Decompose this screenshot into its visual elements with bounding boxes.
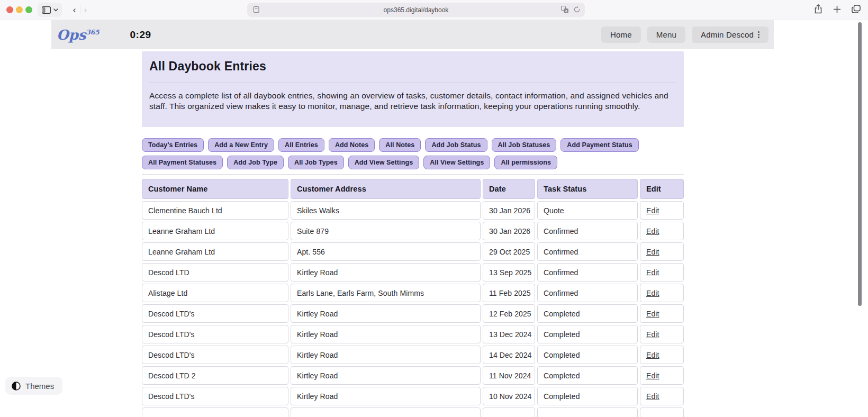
task-status-cell: Completed	[537, 346, 638, 364]
task-status-cell: Confirmed	[537, 222, 638, 240]
address-bar[interactable]: ops365.digital/daybook a	[247, 3, 585, 17]
table-row: Descod LTD 2 Kirtley Road 11 Nov 2024 Co…	[142, 366, 684, 385]
window-close-button[interactable]	[6, 6, 13, 13]
customer-name-cell: Descod LTD 2	[142, 366, 288, 385]
table-header-cell: Task Status	[537, 179, 638, 199]
date-cell: 13 Dec 2024	[483, 325, 535, 343]
forward-button[interactable]: ›	[80, 5, 91, 14]
window-minimize-button[interactable]	[16, 6, 23, 13]
date-cell: 14 Dec 2024	[483, 346, 535, 364]
edit-link[interactable]: Edit	[646, 351, 659, 359]
action-button[interactable]: All Entries	[278, 138, 324, 152]
table-header-cell: Customer Address	[291, 179, 481, 199]
themes-button[interactable]: Themes	[5, 377, 62, 395]
session-timer: 0:29	[130, 29, 151, 41]
table-row: Leanne Graham Ltd Suite 879 30 Jan 2026 …	[142, 222, 684, 240]
date-cell: 12 Feb 2025	[483, 304, 535, 323]
action-button[interactable]: All Job Types	[288, 156, 344, 169]
customer-address-cell: Apt. 556	[291, 242, 481, 261]
action-button[interactable]: Add a New Entry	[208, 138, 274, 152]
action-button-bar: Today's Entries Add a New Entry All Entr…	[142, 138, 666, 169]
edit-link[interactable]: Edit	[646, 371, 659, 380]
task-status-cell: Confirmed	[537, 284, 638, 302]
table-body: Clementine Bauch Ltd Skiles Walks 30 Jan…	[142, 201, 684, 405]
table-row: Alistage Ltd Earls Lane, Earls Farm, Sou…	[142, 284, 684, 302]
action-button[interactable]: All View Settings	[423, 156, 490, 169]
app-nav: Home Menu Admin Descod	[601, 26, 768, 43]
action-button[interactable]: All Payment Statuses	[142, 156, 223, 169]
admin-account-button[interactable]: Admin Descod	[692, 26, 768, 43]
new-tab-icon[interactable]	[833, 5, 841, 13]
browser-chrome: ‹ › ops365.digital/daybook a	[0, 0, 868, 20]
customer-name-cell: Descod LTD's	[142, 325, 288, 343]
table-row: Leanne Graham Ltd Apt. 556 29 Oct 2025 C…	[142, 242, 684, 261]
action-button[interactable]: Today's Entries	[142, 138, 204, 152]
themes-label: Themes	[25, 382, 54, 391]
sidebar-toggle-button[interactable]	[38, 3, 62, 17]
edit-link[interactable]: Edit	[646, 289, 659, 297]
ops365-logo[interactable]: Ops365	[57, 28, 100, 42]
date-cell: 11 Nov 2024	[483, 366, 535, 385]
action-button[interactable]: All permissions	[494, 156, 557, 169]
page-description: Access a complete list of all daybook en…	[149, 90, 676, 112]
customer-address-cell: Kirtley Road	[291, 387, 481, 405]
table-top-divider	[142, 174, 684, 175]
table-row-partial	[142, 407, 684, 417]
window-zoom-button[interactable]	[25, 6, 32, 13]
home-button[interactable]: Home	[601, 26, 641, 43]
history-nav: ‹ ›	[65, 3, 95, 17]
action-button[interactable]: Add Payment Status	[560, 138, 638, 152]
edit-link[interactable]: Edit	[646, 392, 659, 401]
table-header-cell: Customer Name	[142, 179, 288, 199]
table-row: Descod LTD's Kirtley Road 10 Nov 2024 Co…	[142, 387, 684, 405]
table-header-cell: Edit	[640, 179, 684, 199]
date-cell: 13 Sep 2025	[483, 263, 535, 282]
translate-icon[interactable]: a	[561, 6, 569, 13]
date-cell: 30 Jan 2026	[483, 222, 535, 240]
action-button[interactable]: All Notes	[379, 138, 421, 152]
sidebar-icon	[42, 6, 51, 14]
task-status-cell: Completed	[537, 387, 638, 405]
share-icon[interactable]	[814, 4, 822, 14]
customer-address-cell: Earls Lane, Earls Farm, South Mimms	[291, 284, 481, 302]
customer-address-cell: Suite 879	[291, 222, 481, 240]
customer-address-cell: Kirtley Road	[291, 263, 481, 282]
customer-name-cell: Descod LTD's	[142, 304, 288, 323]
action-button[interactable]: Add Notes	[329, 138, 375, 152]
edit-link[interactable]: Edit	[646, 330, 659, 339]
customer-address-cell: Skiles Walks	[291, 201, 481, 220]
date-cell: 11 Feb 2025	[483, 284, 535, 302]
edit-link[interactable]: Edit	[646, 206, 659, 215]
reload-icon[interactable]	[573, 6, 581, 13]
vertical-scrollbar-thumb[interactable]	[858, 22, 862, 306]
table-row: Descod LTD Kirtley Road 13 Sep 2025 Conf…	[142, 263, 684, 282]
tab-overview-icon[interactable]	[852, 5, 861, 13]
table-row: Descod LTD's Kirtley Road 13 Dec 2024 Co…	[142, 325, 684, 343]
date-cell: 30 Jan 2026	[483, 201, 535, 220]
back-button[interactable]: ‹	[69, 5, 80, 14]
task-status-cell: Completed	[537, 325, 638, 343]
table-header-row: Customer Name Customer Address Date Task…	[142, 179, 684, 199]
action-button[interactable]: Add Job Status	[425, 138, 487, 152]
task-status-cell: Confirmed	[537, 242, 638, 261]
customer-address-cell: Kirtley Road	[291, 366, 481, 385]
edit-link[interactable]: Edit	[646, 227, 659, 235]
customer-address-cell: Kirtley Road	[291, 346, 481, 364]
date-cell: 10 Nov 2024	[483, 387, 535, 405]
customer-name-cell: Descod LTD's	[142, 387, 288, 405]
customer-name-cell: Descod LTD	[142, 263, 288, 282]
theme-half-moon-icon	[12, 382, 21, 391]
action-button[interactable]: Add View Settings	[348, 156, 420, 169]
page-title: All Daybook Entries	[149, 59, 676, 74]
menu-button[interactable]: Menu	[647, 26, 685, 43]
edit-link[interactable]: Edit	[646, 248, 659, 256]
action-button[interactable]: All Job Statuses	[492, 138, 557, 152]
page-icon	[252, 6, 260, 13]
chevron-down-icon	[53, 8, 58, 12]
svg-text:a: a	[565, 9, 567, 13]
edit-link[interactable]: Edit	[646, 268, 659, 277]
edit-link[interactable]: Edit	[646, 310, 659, 318]
action-button[interactable]: Add Job Type	[227, 156, 284, 169]
url-text: ops365.digital/daybook	[247, 6, 585, 14]
kebab-menu-icon	[758, 31, 760, 38]
